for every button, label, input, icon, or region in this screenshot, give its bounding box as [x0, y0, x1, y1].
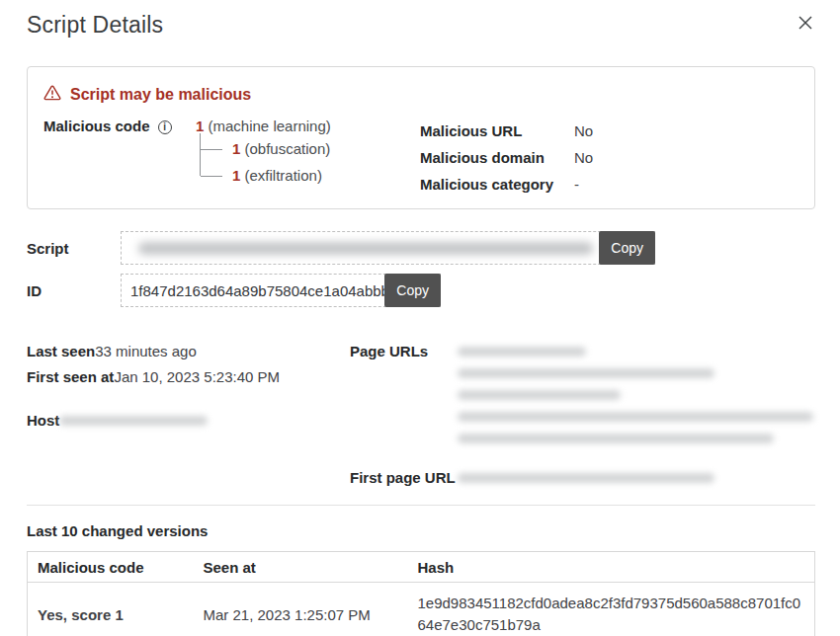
redacted-url — [458, 390, 621, 400]
script-field-row: Script Copy — [27, 231, 815, 265]
redacted-text-blur — [138, 242, 593, 255]
info-icon[interactable]: i — [158, 120, 172, 134]
host-value-redacted — [59, 416, 208, 426]
page-title: Script Details — [27, 12, 815, 39]
id-value-box: 1f847d2163d64a89b75804ce1a04abbb Copy — [121, 274, 441, 307]
first-page-url-redacted — [458, 473, 714, 483]
cell-seen-at: Mar 21, 2023 1:25:07 PM — [194, 583, 408, 636]
tree-child: 1 (exfiltration) — [200, 162, 331, 189]
script-value-box: Copy — [121, 231, 655, 265]
last-seen-value: 33 minutes ago — [95, 343, 197, 359]
page-urls-label: Page URLs — [350, 343, 458, 359]
malicious-url-value: No — [574, 122, 593, 139]
versions-heading: Last 10 changed versions — [27, 522, 815, 539]
col-header-seen-at: Seen at — [194, 552, 408, 583]
host-label: Host — [27, 412, 59, 429]
root-type: (machine learning) — [209, 118, 331, 134]
child-count: 1 — [232, 140, 240, 157]
cell-malicious-code: Yes, score 1 — [28, 583, 194, 636]
warning-triangle-icon — [43, 85, 61, 105]
first-page-url-row: First page URL — [350, 469, 815, 486]
id-value: 1f847d2163d64a89b75804ce1a04abbb — [122, 275, 384, 306]
first-seen-label: First seen at — [27, 368, 114, 385]
malicious-domain-row: Malicious domain No — [420, 144, 798, 171]
redacted-url — [458, 368, 714, 378]
redacted-url — [458, 412, 813, 422]
tree-child: 1 (obfuscation) — [200, 135, 331, 162]
modal-header: Script Details — [27, 12, 815, 41]
id-field-row: ID 1f847d2163d64a89b75804ce1a04abbb Copy — [27, 274, 815, 307]
child-type: (obfuscation) — [245, 140, 331, 157]
tree-root: 1 (machine learning) — [196, 118, 331, 135]
malicious-url-row: Malicious URL No — [420, 118, 798, 144]
script-value-redacted — [122, 232, 599, 264]
host-row: Host — [27, 412, 350, 429]
cell-hash: 1e9d983451182cfd0adea8c2f3fd79375d560a58… — [408, 583, 815, 636]
copy-id-button[interactable]: Copy — [384, 274, 441, 307]
script-details-modal: Script Details Script may be malicious — [0, 0, 840, 636]
warning-heading-text: Script may be malicious — [70, 86, 251, 104]
malicious-category-label: Malicious category — [420, 176, 574, 193]
section-divider — [27, 505, 815, 506]
redacted-url — [458, 434, 774, 443]
table-row: Yes, score 1 Mar 21, 2023 1:25:07 PM 1e9… — [28, 583, 815, 636]
malicious-code-label: Malicious code i — [43, 118, 196, 198]
page-urls-redacted-list — [458, 343, 813, 455]
malicious-code-tree: 1 (machine learning) 1 (obfuscation) 1 (… — [196, 118, 331, 198]
malicious-domain-value: No — [574, 149, 593, 166]
versions-header-row: Malicious code Seen at Hash — [28, 552, 815, 583]
malicious-url-label: Malicious URL — [420, 122, 574, 139]
versions-table: Malicious code Seen at Hash Yes, score 1… — [27, 551, 815, 636]
metadata-section: Last seen 33 minutes ago First seen at J… — [27, 343, 815, 486]
malicious-category-row: Malicious category - — [420, 171, 798, 198]
copy-script-button[interactable]: Copy — [599, 231, 655, 265]
col-header-malicious-code: Malicious code — [28, 552, 194, 583]
child-type: (exfiltration) — [245, 167, 322, 184]
malicious-category-value: - — [574, 176, 579, 193]
close-button[interactable] — [796, 14, 815, 34]
child-count: 1 — [232, 167, 240, 184]
warning-heading: Script may be malicious — [43, 85, 798, 105]
page-urls-row: Page URLs — [350, 343, 815, 455]
col-header-hash: Hash — [408, 552, 815, 583]
id-label: ID — [27, 282, 121, 299]
first-seen-row: First seen at Jan 10, 2023 5:23:40 PM — [27, 368, 350, 385]
root-count: 1 — [196, 118, 204, 134]
close-icon — [798, 15, 813, 34]
redacted-url — [458, 347, 586, 357]
script-label: Script — [27, 240, 121, 257]
last-seen-row: Last seen 33 minutes ago — [27, 343, 350, 359]
first-seen-value: Jan 10, 2023 5:23:40 PM — [114, 368, 280, 385]
malicious-domain-label: Malicious domain — [420, 149, 574, 166]
first-page-url-label: First page URL — [350, 469, 458, 486]
malicious-warning-panel: Script may be malicious Malicious code i… — [27, 66, 815, 209]
last-seen-label: Last seen — [27, 343, 95, 359]
malicious-code-label-text: Malicious code — [43, 118, 150, 134]
